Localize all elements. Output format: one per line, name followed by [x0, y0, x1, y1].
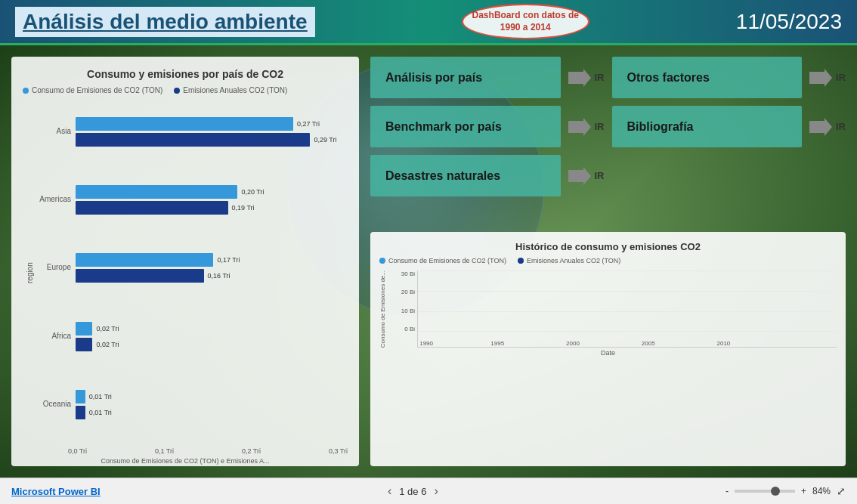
bar-row: 0,01 Tri	[76, 406, 348, 419]
page-info: 1 de 6	[399, 486, 426, 497]
next-page-button[interactable]: ›	[434, 484, 438, 498]
nav-arrow-benchmark-pais[interactable]: IR	[568, 118, 605, 136]
bar-row: 0,02 Tri	[76, 322, 348, 335]
bar-value: 0,01 Tri	[89, 409, 112, 416]
v-x-label: 2000	[566, 340, 580, 347]
nav-arrow-bibliografia[interactable]: IR	[809, 118, 846, 136]
bottom-legend-label-1: Consumo de Emisiones de CO2 (TON)	[388, 257, 506, 264]
v-y-labels: 30 Bi20 Bi10 Bi0 Bi	[391, 271, 417, 348]
x-axis-labels: 0,0 Tri0,1 Tri0,2 Tri0,3 Tri	[23, 447, 348, 455]
v-y-label: 0 Bi	[404, 326, 415, 332]
bottom-legend-label-2: Emisiones Anuales CO2 (TON)	[527, 257, 620, 264]
bottom-legend-dot-light	[379, 258, 385, 264]
v-y-label: 20 Bi	[401, 289, 415, 295]
bar-value: 0,29 Tri	[314, 136, 336, 144]
nav-button-desastres[interactable]: Desastres naturales	[370, 155, 561, 196]
bar-row: 0,19 Tri	[76, 201, 348, 215]
bar-value: 0,19 Tri	[232, 204, 255, 212]
bar-value: 0,01 Tri	[89, 393, 112, 400]
left-chart-title: Consumo y emisiones por país de CO2	[23, 68, 348, 80]
footer-zoom: - + 84% ⤢	[726, 485, 846, 497]
nav-button-analisis-pais[interactable]: Análisis por país	[370, 57, 561, 98]
zoom-level: 84%	[812, 486, 831, 496]
bar-light	[76, 185, 237, 199]
arrow-right-icon	[809, 69, 832, 87]
ir-label: IR	[595, 170, 605, 181]
bottom-chart-area: Consumo de Emisiones de... 30 Bi20 Bi10 …	[379, 271, 837, 348]
legend-dot-dark	[174, 88, 180, 94]
prev-page-button[interactable]: ‹	[388, 484, 391, 498]
bar-value: 0,17 Tri	[217, 256, 240, 264]
nav-grid: Análisis por paísIROtros factoresIRBench…	[370, 57, 846, 196]
dashboard-badge: DashBoard con datos de 1990 a 2014	[462, 4, 589, 39]
fullscreen-icon[interactable]: ⤢	[837, 485, 846, 497]
bottom-legend-item-2: Emisiones Anuales CO2 (TON)	[518, 257, 620, 264]
bar-group: Asia0,27 Tri0,29 Tri	[34, 117, 348, 147]
arrow-right-icon	[568, 69, 591, 87]
bar-dark	[76, 133, 310, 147]
footer-nav: ‹ 1 de 6 ›	[388, 484, 438, 498]
region-label: Asia	[34, 127, 76, 135]
bar-light	[76, 117, 293, 131]
bar-row: 0,16 Tri	[76, 269, 348, 283]
bar-row: 0,02 Tri	[76, 338, 348, 351]
arrow-right-icon	[568, 118, 591, 136]
left-chart-legend: Consumo de Emisiones de CO2 (TON) Emisio…	[23, 86, 348, 94]
arrow-right-icon	[568, 167, 591, 185]
nav-arrow-desastres[interactable]: IR	[568, 167, 605, 185]
v-chart-content: 19901995200020052010	[417, 271, 837, 348]
nav-button-bibliografia[interactable]: Bibliografía	[612, 106, 803, 147]
legend-item-2: Emisiones Anuales CO2 (TON)	[174, 86, 287, 94]
chart-content: Asia0,27 Tri0,29 TriAmericas0,20 Tri0,19…	[34, 102, 348, 444]
legend-label-2: Emisiones Anuales CO2 (TON)	[183, 86, 287, 94]
v-bars	[418, 271, 837, 332]
nav-button-otros-factores[interactable]: Otros factores	[612, 57, 803, 98]
bar-value: 0,20 Tri	[241, 188, 264, 196]
zoom-plus[interactable]: +	[801, 486, 806, 496]
header: Análisis del medio ambiente DashBoard co…	[0, 0, 857, 45]
left-chart-panel: Consumo y emisiones por país de CO2 Cons…	[11, 57, 359, 466]
nav-arrow-analisis-pais[interactable]: IR	[568, 69, 605, 87]
x-axis-title: Consumo de Emisiones de CO2 (TON) e Emis…	[23, 457, 348, 465]
bar-group: Oceania0,01 Tri0,01 Tri	[34, 390, 348, 419]
nav-arrow-otros-factores[interactable]: IR	[809, 69, 846, 87]
ir-label: IR	[595, 72, 605, 83]
bar-dark	[76, 406, 85, 419]
footer: Microsoft Power BI ‹ 1 de 6 › - + 84% ⤢	[0, 478, 857, 504]
bar-row: 0,01 Tri	[76, 390, 348, 404]
bottom-legend-item-1: Consumo de Emisiones de CO2 (TON)	[379, 257, 506, 264]
svg-marker-3	[809, 118, 832, 136]
region-label: Africa	[34, 332, 76, 340]
x-axis-label: 0,2 Tri	[242, 447, 261, 455]
bar-value: 0,27 Tri	[297, 120, 320, 128]
nav-button-benchmark-pais[interactable]: Benchmark por país	[370, 106, 561, 147]
svg-marker-0	[568, 69, 591, 87]
zoom-slider[interactable]	[735, 490, 795, 493]
v-x-axis-title: Date	[379, 349, 837, 357]
v-y-label: 10 Bi	[401, 308, 415, 314]
bar-light	[76, 390, 85, 404]
ir-label: IR	[595, 121, 605, 132]
footer-brand[interactable]: Microsoft Power BI	[11, 486, 101, 497]
v-x-label: 1995	[490, 340, 504, 347]
zoom-minus[interactable]: -	[726, 486, 729, 496]
bar-value: 0,02 Tri	[96, 341, 119, 348]
v-x-labels: 19901995200020052010	[418, 332, 837, 347]
bar-row: 0,29 Tri	[76, 133, 348, 147]
main-content: Consumo y emisiones por país de CO2 Cons…	[0, 45, 857, 478]
bar-group: Americas0,20 Tri0,19 Tri	[34, 185, 348, 215]
v-y-label: 30 Bi	[401, 271, 415, 277]
header-date: 11/05/2023	[736, 10, 842, 34]
bar-dark	[76, 201, 228, 215]
bar-dark	[76, 269, 204, 283]
v-x-label: 2005	[642, 340, 655, 347]
svg-marker-4	[568, 167, 591, 185]
bottom-chart-title: Histórico de consumo y emisiones CO2	[379, 241, 837, 252]
bar-row: 0,27 Tri	[76, 117, 348, 131]
x-axis-label: 0,0 Tri	[68, 447, 87, 455]
bar-group: Europe0,17 Tri0,16 Tri	[34, 253, 348, 283]
chart-area: region Asia0,27 Tri0,29 TriAmericas0,20 …	[23, 102, 348, 444]
legend-item-1: Consumo de Emisiones de CO2 (TON)	[23, 86, 162, 94]
svg-marker-2	[568, 118, 591, 136]
bar-value: 0,16 Tri	[208, 272, 230, 280]
